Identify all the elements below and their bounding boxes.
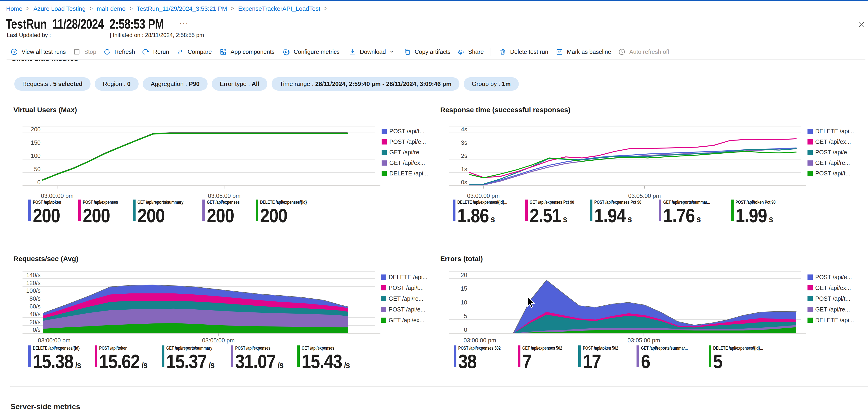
svg-text:3s: 3s (461, 139, 467, 146)
svg-text:0: 0 (37, 179, 40, 185)
svg-text:03:00:00 pm: 03:00:00 pm (38, 337, 71, 344)
svg-text:10: 10 (461, 299, 467, 306)
svg-text:0: 0 (464, 326, 467, 333)
svg-text:1s: 1s (461, 166, 467, 172)
svg-text:0s: 0s (461, 179, 467, 185)
svg-text:100: 100 (31, 152, 40, 159)
svg-text:03:05:00 pm: 03:05:00 pm (202, 337, 235, 344)
svg-text:03:05:00 pm: 03:05:00 pm (208, 193, 241, 199)
svg-text:200: 200 (31, 126, 40, 133)
svg-text:03:00:00 pm: 03:00:00 pm (41, 193, 74, 199)
svg-text:4s: 4s (461, 126, 467, 133)
svg-text:03:00:00 pm: 03:00:00 pm (464, 337, 496, 344)
svg-text:5: 5 (464, 313, 467, 319)
svg-text:150: 150 (31, 139, 40, 146)
svg-text:120/s: 120/s (26, 280, 40, 286)
svg-text:20/s: 20/s (30, 319, 40, 325)
svg-text:15: 15 (461, 285, 467, 292)
svg-text:20: 20 (461, 272, 467, 278)
svg-text:03:05:00 pm: 03:05:00 pm (628, 337, 660, 344)
svg-text:80/s: 80/s (30, 295, 40, 302)
svg-text:140/s: 140/s (26, 272, 40, 278)
svg-text:100/s: 100/s (26, 287, 40, 294)
svg-text:2s: 2s (461, 152, 467, 159)
svg-text:0/s: 0/s (33, 326, 40, 333)
svg-text:03:05:00 pm: 03:05:00 pm (628, 193, 661, 199)
svg-text:60/s: 60/s (30, 303, 40, 310)
svg-text:40/s: 40/s (30, 311, 40, 317)
svg-text:50: 50 (34, 166, 40, 172)
svg-text:03:00:00 pm: 03:00:00 pm (467, 193, 500, 199)
